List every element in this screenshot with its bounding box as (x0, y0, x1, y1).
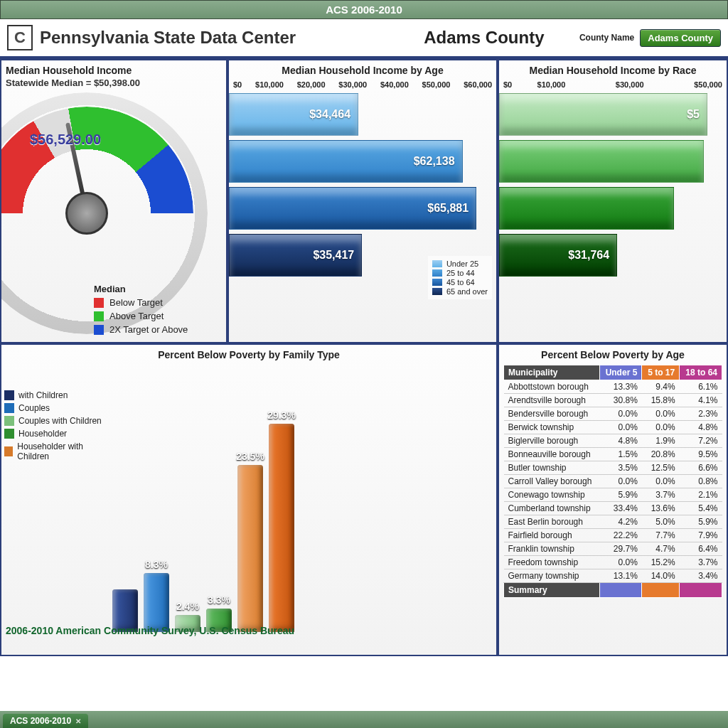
tab-acs[interactable]: ACS 2006-2010 ✕ (3, 714, 88, 728)
table-cell: 33.4% (599, 502, 642, 515)
table-cell: 7.2% (680, 434, 722, 448)
table-cell: 0.0% (642, 475, 680, 488)
swatch-icon (432, 279, 442, 286)
table-row[interactable]: Berwick township0.0%0.0%4.8% (504, 421, 722, 434)
table-cell: 4.8% (599, 434, 642, 448)
vbar: 8.3% (144, 573, 169, 632)
legend-item: 2X Target or Above (94, 324, 222, 335)
header: C Pennsylvania State Data Center Adams C… (0, 19, 728, 58)
legend-item: 45 to 64 (432, 278, 488, 287)
legend-label: Above Target (109, 311, 164, 321)
gauge-legend: Median Below TargetAbove Target2X Target… (94, 284, 222, 338)
table-row[interactable]: Cumberland township33.4%13.6%5.4% (504, 502, 722, 515)
summary-label: Summary (504, 583, 600, 598)
table-cell: 2.3% (680, 407, 722, 421)
table-cell: 20.8% (642, 448, 680, 461)
logo-icon: C (7, 25, 33, 50)
table-row[interactable]: Arendtsville borough30.8%15.8%4.1% (504, 394, 722, 407)
table-cell: 6.1% (680, 380, 722, 394)
table-row[interactable]: Bonneauville borough1.5%20.8%9.5% (504, 448, 722, 461)
swatch-icon (94, 298, 104, 308)
county-selector-label: County Name (579, 33, 634, 43)
table-cell: 5.9% (680, 515, 722, 529)
gauge-panel: Median Household Income Statewide Median… (0, 59, 228, 343)
table-row[interactable]: Abbottstown borough13.3%9.4%6.1% (504, 380, 722, 394)
hbar: $35,417 (229, 234, 362, 277)
table-row[interactable]: Bendersville borough0.0%0.0%2.3% (504, 407, 722, 421)
table-header[interactable]: Municipality (504, 365, 600, 380)
table-header[interactable]: 18 to 64 (680, 365, 722, 380)
table-row[interactable]: Germany township13.1%14.0%3.4% (504, 569, 722, 583)
legend-label: Couples (18, 403, 50, 413)
table-cell: 3.5% (599, 461, 642, 475)
table-cell: Cumberland township (504, 502, 600, 515)
bar-label: 3.3% (208, 594, 230, 606)
table-cell: 22.2% (599, 529, 642, 542)
table-cell: 3.7% (680, 556, 722, 569)
table-cell: 7.7% (642, 529, 680, 542)
gauge-title: Median Household Income (1, 60, 226, 77)
table-cell: Berwick township (504, 421, 600, 434)
legend-item: 25 to 44 (432, 269, 488, 277)
table-cell: 0.0% (642, 421, 680, 434)
poverty-age-table: MunicipalityUnder 55 to 1718 to 64 Abbot… (503, 365, 722, 598)
legend-label: 25 to 44 (446, 269, 475, 277)
table-row[interactable]: East Berlin borough4.2%5.0%5.9% (504, 515, 722, 529)
table-cell: 13.3% (599, 380, 642, 394)
table-cell: 0.0% (599, 475, 642, 488)
vbar: 23.5% (237, 465, 263, 632)
legend-item: with Children (4, 390, 105, 400)
table-row[interactable]: Conewago township5.9%3.7%2.1% (504, 488, 722, 502)
income-age-panel: Median Household Income by Age $0$10,000… (228, 59, 498, 343)
hbar: $65,881 (229, 187, 476, 230)
table-header[interactable]: 5 to 17 (642, 365, 680, 380)
legend-item: Couples (4, 403, 105, 413)
table-cell: 13.1% (599, 569, 642, 583)
table-cell: 5.9% (599, 488, 642, 502)
table-cell: 5.0% (642, 515, 680, 529)
table-row[interactable]: Freedom township0.0%15.2%3.7% (504, 556, 722, 569)
table-row[interactable]: Butler township3.5%12.5%6.6% (504, 461, 722, 475)
swatch-icon (94, 311, 104, 321)
table-cell: 0.0% (599, 421, 642, 434)
table-cell: 0.0% (599, 407, 642, 421)
hbar: $34,464 (229, 93, 358, 136)
gauge-value: $56,529.00 (30, 132, 101, 148)
income-age-legend: Under 2525 to 4445 to 6465 and over (428, 256, 492, 299)
legend-label: 65 and over (446, 287, 488, 296)
table-cell: 12.5% (642, 461, 680, 475)
table-row[interactable]: Franklin township29.7%4.7%6.4% (504, 542, 722, 556)
table-cell: Franklin township (504, 542, 600, 556)
table-header[interactable]: Under 5 (599, 365, 642, 380)
legend-label: 2X Target or Above (109, 324, 188, 335)
swatch-icon (432, 269, 442, 277)
table-cell: 30.8% (599, 394, 642, 407)
hbar-row: $31,764 (499, 234, 722, 277)
table-cell: 4.2% (599, 515, 642, 529)
summary-row: Summary (504, 583, 722, 598)
poverty-family-legend: with ChildrenCouplesCouples with Childre… (1, 362, 108, 656)
table-row[interactable]: Biglerville borough4.8%1.9%7.2% (504, 434, 722, 448)
table-cell: Biglerville borough (504, 434, 600, 448)
table-cell: Fairfield borough (504, 529, 600, 542)
close-icon[interactable]: ✕ (75, 717, 81, 725)
poverty-family-panel: Percent Below Poverty by Family Type wit… (0, 343, 498, 656)
legend-label: Householder with Children (17, 441, 105, 461)
bar-label: 23.5% (236, 451, 264, 462)
legend-label: Householder (18, 429, 67, 439)
table-row[interactable]: Fairfield borough22.2%7.7%7.9% (504, 529, 722, 542)
table-cell: 9.4% (642, 380, 680, 394)
table-cell: 7.9% (680, 529, 722, 542)
table-cell: Bonneauville borough (504, 448, 600, 461)
poverty-age-title: Percent Below Poverty by Age (499, 345, 727, 362)
county-selector[interactable]: Adams County (640, 29, 721, 47)
table-row[interactable]: Carroll Valley borough0.0%0.0%0.8% (504, 475, 722, 488)
income-race-title: Median Household Income by Race (499, 60, 727, 77)
legend-label: Under 25 (446, 259, 478, 268)
tab-label: ACS 2006-2010 (10, 716, 71, 726)
income-age-axis: $0$10,000$20,000$30,000$40,000$50,000$60… (229, 77, 496, 89)
legend-item: 65 and over (432, 287, 488, 296)
legend-label: Couples with Children (18, 416, 102, 426)
table-cell: 1.9% (642, 434, 680, 448)
table-cell: 4.7% (642, 542, 680, 556)
